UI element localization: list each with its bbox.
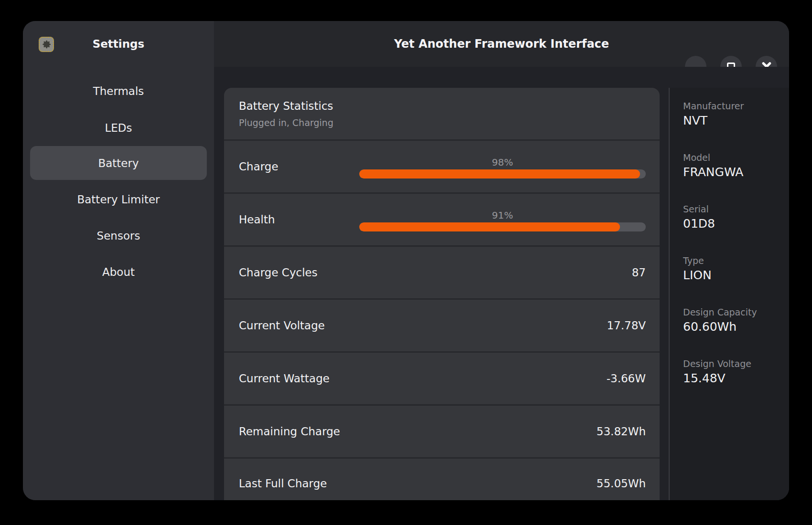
charge-percent-label: 98% [359,157,646,168]
sidebar-item-battery-limiter[interactable]: Battery Limiter [30,182,207,216]
type-value: LION [683,267,789,284]
info-model: Model FRANGWA [683,151,789,181]
last-full-charge-value: 55.05Wh [597,477,646,490]
last-full-charge-row: Last Full Charge 55.05Wh [224,457,660,500]
progress-track [359,222,646,231]
row-label: Charge [239,160,278,173]
row-label: Current Wattage [239,372,330,385]
info-label: Serial [683,203,789,215]
charge-row: Charge 98% [224,139,660,192]
info-label: Model [683,151,789,164]
sidebar-header: Settings [23,21,214,67]
manufacturer-value: NVT [683,112,789,129]
charge-bar: 98% [359,141,646,178]
design-voltage-value: 15.48V [683,370,789,387]
row-label: Current Voltage [239,319,325,332]
progress-fill [359,169,640,178]
battery-info-panel: Manufacturer NVT Model FRANGWA Serial 01… [669,88,789,500]
battery-statistics-card: Battery Statistics Plugged in, Charging … [224,88,660,500]
sidebar-item-thermals[interactable]: Thermals [30,74,207,108]
progress-fill [359,222,620,231]
app-window: Settings Thermals LEDs Battery Battery L… [23,21,789,500]
desktop: Settings Thermals LEDs Battery Battery L… [0,0,812,525]
design-capacity-value: 60.60Wh [683,318,789,336]
info-type: Type LION [683,254,789,284]
card-title: Battery Statistics [239,98,660,114]
info-design-capacity: Design Capacity 60.60Wh [683,306,789,336]
sidebar-item-about[interactable]: About [30,255,207,289]
sidebar-app-title: Settings [93,38,145,50]
titlebar: Yet Another Framework Interface [214,21,789,67]
info-design-voltage: Design Voltage 15.48V [683,357,789,387]
charge-cycles-row: Charge Cycles 87 [224,245,660,298]
health-bar: 91% [359,194,646,231]
progress-track [359,169,646,178]
row-label: Last Full Charge [239,477,327,490]
battery-status-text: Plugged in, Charging [239,116,660,129]
current-wattage-value: -3.66W [607,372,646,385]
card-header: Battery Statistics Plugged in, Charging [224,88,660,139]
row-label: Health [239,213,275,226]
charge-cycles-value: 87 [632,266,646,279]
row-label: Charge Cycles [239,266,318,279]
info-label: Design Voltage [683,357,789,370]
row-label: Remaining Charge [239,425,340,438]
serial-value: 01D8 [683,215,789,232]
info-serial: Serial 01D8 [683,203,789,232]
remaining-charge-row: Remaining Charge 53.82Wh [224,404,660,457]
health-percent-label: 91% [359,210,646,221]
sidebar: Settings Thermals LEDs Battery Battery L… [23,21,214,500]
info-label: Manufacturer [683,100,789,112]
main-content: Battery Statistics Plugged in, Charging … [214,67,789,500]
health-row: Health 91% [224,192,660,245]
current-wattage-row: Current Wattage -3.66W [224,351,660,404]
remaining-charge-value: 53.82Wh [597,425,646,438]
current-voltage-row: Current Voltage 17.78V [224,298,660,351]
sidebar-item-sensors[interactable]: Sensors [30,219,207,252]
model-value: FRANGWA [683,164,789,181]
sidebar-item-leds[interactable]: LEDs [30,111,207,145]
gear-icon [39,37,54,52]
info-label: Design Capacity [683,306,789,318]
sidebar-item-battery[interactable]: Battery [30,146,207,180]
info-manufacturer: Manufacturer NVT [683,100,789,129]
info-label: Type [683,254,789,267]
current-voltage-value: 17.78V [607,319,646,332]
